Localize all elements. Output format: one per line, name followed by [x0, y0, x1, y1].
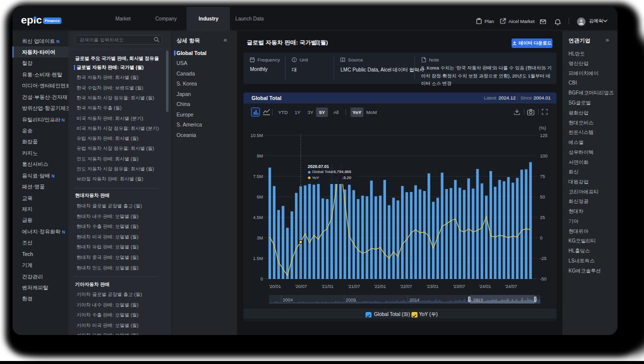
svg-text:0: 0: [260, 276, 263, 282]
svg-text:-50: -50: [540, 276, 546, 282]
svg-text:0: 0: [540, 236, 542, 240]
svg-text:2004: 2004: [282, 298, 292, 302]
svg-text:7.5M: 7.5M: [253, 174, 263, 179]
svg-text:2014: 2014: [410, 298, 420, 302]
svg-text:'21/07: '21/07: [348, 284, 360, 289]
svg-text:'20/01: '20/01: [269, 284, 281, 289]
svg-text:'22/07: '22/07: [400, 284, 412, 289]
svg-text:'23/07: '23/07: [453, 284, 465, 289]
svg-text:'21/01: '21/01: [322, 284, 334, 289]
svg-text:2009: 2009: [346, 298, 356, 302]
svg-text:125: 125: [540, 133, 548, 138]
svg-text:3M: 3M: [256, 236, 263, 240]
svg-text:'24/01: '24/01: [479, 284, 491, 289]
svg-text:2019: 2019: [473, 298, 483, 302]
svg-text:-25: -25: [540, 256, 546, 261]
svg-text:'20/07: '20/07: [295, 284, 307, 289]
svg-text:75: 75: [540, 174, 545, 179]
svg-text:'24/07: '24/07: [505, 284, 517, 289]
svg-text:25: 25: [540, 215, 545, 220]
svg-text:9M: 9M: [256, 154, 263, 158]
svg-text:100: 100: [540, 154, 548, 158]
svg-text:10.5M: 10.5M: [250, 133, 263, 138]
svg-text:50: 50: [540, 194, 545, 200]
svg-text:'23/01: '23/01: [426, 284, 438, 289]
svg-text:'22/01: '22/01: [374, 284, 386, 289]
svg-text:1.5M: 1.5M: [253, 256, 263, 261]
svg-text:(%): (%): [539, 126, 546, 130]
svg-text:4.5M: 4.5M: [253, 215, 263, 220]
svg-text:6M: 6M: [256, 194, 263, 200]
